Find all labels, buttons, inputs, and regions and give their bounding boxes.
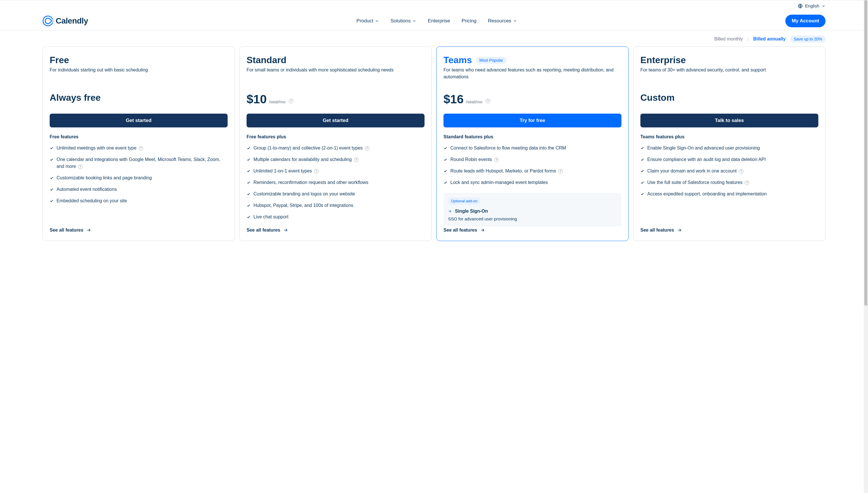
- nav-resources[interactable]: Resources: [488, 18, 517, 24]
- check-icon: [640, 157, 644, 162]
- check-icon: [247, 215, 251, 219]
- enterprise-talk-sales-button[interactable]: Talk to sales: [640, 114, 818, 127]
- arrow-right-icon: [283, 228, 288, 233]
- plan-standard-price: $10 /seat/mo: [247, 92, 425, 107]
- plan-teams: Teams Most Popular For teams who need ad…: [436, 46, 629, 241]
- list-item: Use the full suite of Salesforce routing…: [640, 179, 818, 186]
- arrow-right-icon: [86, 228, 91, 233]
- language-selector[interactable]: English: [798, 3, 826, 8]
- check-icon: [247, 157, 251, 162]
- info-icon[interactable]: [558, 169, 563, 174]
- list-item: Access expedited support, onboarding and…: [640, 191, 818, 197]
- vertical-scrollbar[interactable]: [864, 0, 868, 253]
- billed-annually[interactable]: Billed annually: [753, 37, 786, 42]
- info-icon[interactable]: [78, 165, 83, 169]
- list-item: Ensure compliance with an audit log and …: [640, 156, 818, 163]
- teams-try-free-button[interactable]: Try for free: [443, 114, 621, 127]
- check-icon: [247, 146, 251, 150]
- nav-pricing-label: Pricing: [462, 18, 477, 24]
- logo[interactable]: Calendly: [42, 16, 88, 26]
- nav-pricing[interactable]: Pricing: [462, 18, 477, 24]
- chevron-down-icon: [822, 4, 826, 8]
- navbar: Calendly Product Solutions Enterprise Pr…: [0, 12, 868, 30]
- check-icon: [247, 169, 251, 173]
- list-item: Customizable booking links and page bran…: [50, 174, 228, 181]
- standard-features-heading: Free features plus: [247, 134, 425, 140]
- info-icon[interactable]: [739, 169, 743, 174]
- addon-box: Optional add-on Single Sign-On SSO for a…: [443, 193, 621, 227]
- enterprise-see-all-features[interactable]: See all features: [640, 228, 818, 233]
- check-icon: [50, 146, 54, 150]
- nav-enterprise[interactable]: Enterprise: [428, 18, 450, 24]
- info-icon[interactable]: [314, 169, 319, 174]
- chevron-down-icon: [375, 19, 379, 23]
- plan-standard-desc: For small teams or individuals with more…: [247, 67, 425, 87]
- teams-see-all-features[interactable]: See all features: [443, 228, 621, 233]
- list-item: One calendar and integrations with Googl…: [50, 156, 228, 170]
- info-icon[interactable]: [365, 146, 369, 151]
- arrow-right-icon: [480, 228, 485, 233]
- billed-monthly[interactable]: Billed monthly: [714, 37, 743, 42]
- chevron-down-icon: [412, 19, 416, 23]
- info-icon[interactable]: [494, 157, 499, 162]
- list-item: Enable Single Sign-On and advanced user …: [640, 145, 818, 151]
- billing-toggle: Billed monthly | Billed annually Save up…: [0, 30, 868, 46]
- nav-solutions-label: Solutions: [390, 18, 410, 24]
- free-get-started-button[interactable]: Get started: [50, 114, 228, 127]
- nav-solutions[interactable]: Solutions: [390, 18, 416, 24]
- check-icon: [247, 180, 251, 185]
- list-item: Hubspot, Paypal, Stripe, and 100s of int…: [247, 202, 425, 209]
- standard-see-all-features[interactable]: See all features: [247, 228, 425, 233]
- info-icon[interactable]: [745, 180, 749, 185]
- check-icon: [50, 176, 54, 180]
- list-item: Group (1-to-many) and collective (2-on-1…: [247, 145, 425, 151]
- check-icon: [640, 169, 644, 173]
- check-icon: [247, 203, 251, 208]
- free-see-all-features[interactable]: See all features: [50, 228, 228, 233]
- teams-features-list: Connect to Salesforce to flow meeting da…: [443, 145, 621, 227]
- list-item: Lock and sync admin-managed event templa…: [443, 179, 621, 186]
- check-icon: [640, 192, 644, 196]
- plan-standard-title: Standard: [247, 55, 425, 65]
- plan-free-desc: For individuals starting out with basic …: [50, 67, 228, 87]
- most-popular-badge: Most Popular: [476, 57, 506, 64]
- enterprise-features-heading: Teams features plus: [640, 134, 818, 140]
- check-icon: [443, 180, 447, 185]
- svg-point-2: [45, 18, 51, 23]
- check-icon: [50, 187, 54, 191]
- free-features-list: Unlimited meetings with one event type O…: [50, 145, 228, 227]
- logo-icon: [42, 16, 54, 26]
- info-icon[interactable]: [289, 99, 293, 103]
- scrollbar-thumb[interactable]: [864, 0, 867, 253]
- nav-product-label: Product: [357, 18, 374, 24]
- save-badge: Save up to 20%: [790, 36, 826, 42]
- teams-features-heading: Standard features plus: [443, 134, 621, 140]
- nav-enterprise-label: Enterprise: [428, 18, 450, 24]
- plus-icon: [448, 209, 452, 213]
- plan-standard: Standard For small teams or individuals …: [239, 46, 432, 241]
- plan-enterprise: Enterprise For teams of 30+ with advance…: [633, 46, 826, 241]
- addon-label: Optional add-on: [448, 197, 481, 205]
- chevron-down-icon: [513, 19, 517, 23]
- my-account-button[interactable]: My Account: [785, 15, 826, 27]
- info-icon[interactable]: [139, 146, 143, 151]
- check-icon: [443, 169, 447, 173]
- nav-product[interactable]: Product: [357, 18, 379, 24]
- info-icon[interactable]: [354, 157, 359, 162]
- enterprise-features-list: Enable Single Sign-On and advanced user …: [640, 145, 818, 227]
- standard-get-started-button[interactable]: Get started: [247, 114, 425, 127]
- plan-teams-title: Teams Most Popular: [443, 55, 621, 65]
- check-icon: [247, 192, 251, 196]
- globe-icon: [798, 3, 803, 8]
- list-item: Embedded scheduling on your site: [50, 197, 228, 204]
- check-icon: [443, 146, 447, 150]
- nav-resources-label: Resources: [488, 18, 511, 24]
- info-icon[interactable]: [486, 99, 490, 103]
- check-icon: [50, 199, 54, 203]
- nav-links: Product Solutions Enterprise Pricing Res…: [357, 18, 517, 24]
- list-item: Customizable branding and logos on your …: [247, 191, 425, 197]
- list-item: Automated event notifications: [50, 186, 228, 193]
- list-item: Connect to Salesforce to flow meeting da…: [443, 145, 621, 151]
- plan-free-price: Always free: [50, 92, 228, 107]
- list-item: Live chat support: [247, 214, 425, 220]
